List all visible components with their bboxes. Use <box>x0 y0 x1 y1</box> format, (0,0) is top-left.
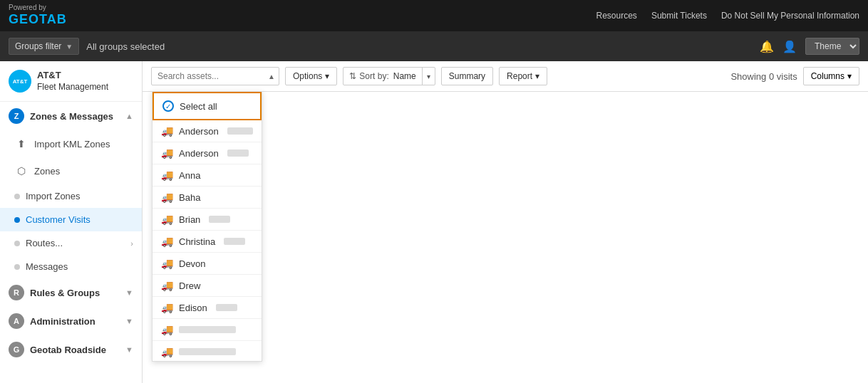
summary-label: Summary <box>449 71 485 81</box>
report-arrow-icon: ▾ <box>535 71 539 81</box>
administration-icon: A <box>9 313 24 329</box>
do-not-sell-link[interactable]: Do Not Sell My Personal Information <box>721 11 859 21</box>
powered-by-text: Powered by GEOTAB <box>9 4 67 28</box>
report-button[interactable]: Report ▾ <box>499 67 547 85</box>
sidebar: AT&T AT&T Fleet Management Z Zones & Mes… <box>0 61 143 383</box>
columns-button[interactable]: Columns ▾ <box>803 67 859 85</box>
sidebar-item-import-kml[interactable]: ⬆ Import KML Zones <box>0 130 142 157</box>
theme-select[interactable]: Theme <box>805 38 859 55</box>
zones-messages-label: Zones & Messages <box>30 111 113 122</box>
top-navigation: Powered by GEOTAB Resources Submit Ticke… <box>0 0 868 31</box>
nav-left: Powered by GEOTAB <box>9 4 67 28</box>
groups-selected-text: All groups selected <box>86 41 165 52</box>
select-all-checkbox[interactable] <box>162 100 174 112</box>
select-all-label: Select all <box>180 101 217 112</box>
submit-tickets-link[interactable]: Submit Tickets <box>651 11 707 21</box>
toolbar: ▲ Options ▾ ⇅ Sort by: Name ▾ Summary Re… <box>143 61 868 92</box>
vehicle-icon: 🚚 <box>161 324 173 335</box>
section-rules-groups[interactable]: R Rules & Groups ▼ <box>0 278 142 307</box>
sidebar-brand: AT&T AT&T Fleet Management <box>0 61 142 102</box>
vehicle-icon: 🚚 <box>161 236 173 247</box>
section-zones-messages[interactable]: Z Zones & Messages ▲ <box>0 102 142 130</box>
messages-label: Messages <box>26 261 68 272</box>
rules-groups-label: Rules & Groups <box>30 288 100 298</box>
search-up-arrow-icon[interactable]: ▲ <box>268 73 275 80</box>
import-kml-icon: ⬆ <box>14 137 29 151</box>
item-bar <box>227 149 249 157</box>
blurred-name <box>179 348 236 355</box>
groups-filter-label: Groups filter <box>15 41 61 51</box>
item-name: Edison <box>179 303 207 313</box>
vehicle-icon: 🚚 <box>161 125 173 137</box>
summary-button[interactable]: Summary <box>441 67 493 85</box>
item-name: Drew <box>179 280 200 291</box>
item-name: Baha <box>179 192 200 203</box>
sort-arrow-icon[interactable]: ▾ <box>423 69 435 84</box>
options-button[interactable]: Options ▾ <box>285 67 337 85</box>
geotab-roadside-chevron: ▼ <box>125 345 133 354</box>
rules-groups-icon: R <box>9 285 24 300</box>
routes-chevron: › <box>130 239 133 248</box>
import-kml-label: Import KML Zones <box>34 139 110 149</box>
list-item[interactable]: 🚚 Drew <box>153 275 262 297</box>
import-zones-label: Import Zones <box>26 191 81 201</box>
list-item[interactable]: 🚚 Baha <box>153 187 262 209</box>
item-bar <box>224 238 245 245</box>
vehicle-icon: 🚚 <box>161 302 173 313</box>
section-geotab-roadside[interactable]: G Geotab Roadside ▼ <box>0 335 142 364</box>
item-bar <box>216 304 237 311</box>
geotab-roadside-icon: G <box>9 342 24 357</box>
sidebar-item-import-zones[interactable]: Import Zones <box>0 184 142 208</box>
asset-dropdown-panel: Select all 🚚 Anderson 🚚 Anderson 🚚 Anna … <box>152 91 262 362</box>
zones-messages-chevron: ▲ <box>125 112 133 120</box>
sidebar-item-zones[interactable]: ⬡ Zones <box>0 157 142 184</box>
zones-label: Zones <box>34 166 60 177</box>
vehicle-icon: 🚚 <box>161 169 173 181</box>
columns-label: Columns <box>811 71 844 81</box>
options-label: Options <box>293 71 322 81</box>
sort-group: ⇅ Sort by: Name ▾ <box>343 67 435 85</box>
list-item[interactable]: 🚚 Anderson <box>153 142 262 164</box>
item-name: Anderson <box>179 148 219 159</box>
geotab-roadside-label: Geotab Roadside <box>30 345 106 355</box>
rules-groups-chevron: ▼ <box>125 288 133 297</box>
list-item[interactable]: 🚚 Brian <box>153 209 262 231</box>
vehicle-icon: 🚚 <box>161 147 173 159</box>
import-zones-dot <box>14 194 20 199</box>
item-name: Christina <box>179 236 215 247</box>
resources-link[interactable]: Resources <box>596 11 637 21</box>
zones-messages-icon: Z <box>9 108 24 124</box>
sidebar-item-routes[interactable]: Routes... › <box>0 231 142 255</box>
sort-label: ⇅ Sort by: Name <box>343 68 422 85</box>
administration-chevron: ▼ <box>125 317 133 325</box>
section-administration[interactable]: A Administration ▼ <box>0 307 142 335</box>
bell-icon[interactable]: 🔔 <box>760 40 774 53</box>
nav-right: Resources Submit Tickets Do Not Sell My … <box>596 11 859 21</box>
routes-dot <box>14 241 20 246</box>
vehicle-icon: 🚚 <box>161 192 173 203</box>
customer-visits-dot <box>14 217 20 223</box>
list-item[interactable]: 🚚 Christina <box>153 231 262 253</box>
list-item[interactable]: 🚚 Anna <box>153 164 262 187</box>
list-item[interactable]: 🚚 Edison <box>153 297 262 319</box>
select-all-option[interactable]: Select all <box>153 92 262 120</box>
groups-bar-right: 🔔 👤 Theme <box>760 38 859 55</box>
zones-icon: ⬡ <box>14 164 29 178</box>
toolbar-right: Showing 0 visits Columns ▾ <box>730 67 859 85</box>
search-input[interactable] <box>151 67 279 85</box>
att-logo: AT&T <box>9 70 31 93</box>
list-item[interactable]: 🚚 Devon <box>153 253 262 275</box>
vehicle-icon: 🚚 <box>161 258 173 269</box>
customer-visits-label: Customer Visits <box>26 214 91 225</box>
list-item[interactable]: 🚚 Anderson <box>153 120 262 142</box>
groups-bar: Groups filter ▼ All groups selected 🔔 👤 … <box>0 31 868 61</box>
brand-text: AT&T Fleet Management <box>37 70 108 93</box>
options-arrow-icon: ▾ <box>325 71 329 81</box>
user-icon[interactable]: 👤 <box>782 40 797 53</box>
search-container: ▲ <box>151 67 279 85</box>
sidebar-item-messages[interactable]: Messages <box>0 255 142 278</box>
groups-filter-button[interactable]: Groups filter ▼ <box>9 38 79 55</box>
columns-arrow-icon: ▾ <box>847 71 852 81</box>
sidebar-item-customer-visits[interactable]: Customer Visits <box>0 208 142 231</box>
item-bar <box>209 216 230 223</box>
